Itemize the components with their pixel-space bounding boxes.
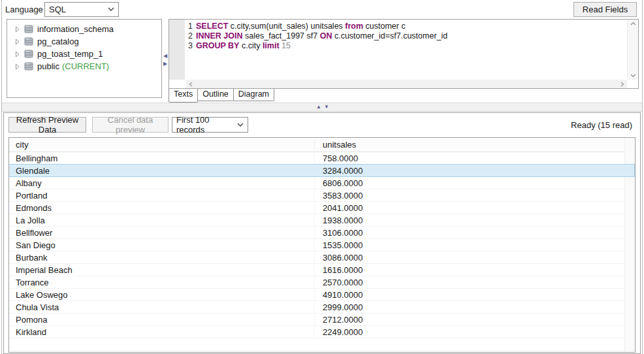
scroll-left-icon[interactable] xyxy=(189,82,193,87)
table-row[interactable]: Burbank 3086.0000 xyxy=(9,251,635,264)
tab-texts[interactable]: Texts xyxy=(169,89,198,103)
sql-text: c.city xyxy=(239,41,262,51)
schema-tree: information_schema pg_catalog pg_toast_t… xyxy=(7,19,162,98)
tree-item-label: information_schema xyxy=(37,24,114,34)
line-number: 3 xyxy=(185,41,193,51)
vertical-splitter[interactable]: ◀ ▶ xyxy=(162,52,169,67)
code-line: 1 SELECT c.city,sum(unit_sales) unitsale… xyxy=(185,22,626,31)
table-row[interactable]: San Diego 1535.0000 xyxy=(9,239,635,251)
table-row[interactable]: Imperial Beach 1616.0000 xyxy=(9,264,635,276)
unitsales-cell: 3583.0000 xyxy=(315,191,624,201)
unitsales-cell: 2999.0000 xyxy=(315,302,624,312)
city-cell: La Jolla xyxy=(9,216,315,225)
expand-arrow-icon[interactable] xyxy=(15,39,24,45)
splitter-handles[interactable]: ▲ ▼ xyxy=(316,104,329,110)
tree-item-pg-catalog[interactable]: pg_catalog xyxy=(7,35,161,48)
chevron-down-icon xyxy=(108,7,114,12)
city-cell: Bellingham xyxy=(9,153,315,163)
tab-outline[interactable]: Outline xyxy=(197,89,234,101)
database-icon xyxy=(24,25,36,33)
city-cell: Edmonds xyxy=(9,203,315,213)
city-cell: Chula Vista xyxy=(9,302,315,312)
language-select[interactable]: SQL xyxy=(44,2,119,17)
sql-query-preview-window: Language SQL Read Fields information_sch… xyxy=(0,0,644,354)
sql-literal: 15 xyxy=(280,41,291,51)
records-limit-value: First 100 records xyxy=(176,115,237,135)
tree-item-pg-toast-temp-1[interactable]: pg_toast_temp_1 xyxy=(7,48,161,60)
unitsales-cell: 2041.0000 xyxy=(315,203,624,213)
scroll-up-icon[interactable] xyxy=(630,22,636,25)
column-header-city[interactable]: city xyxy=(9,140,315,150)
table-row[interactable]: Bellflower 3106.0000 xyxy=(9,227,635,239)
city-cell: Torrance xyxy=(9,278,315,287)
table-row[interactable]: Kirkland 2249.0000 xyxy=(9,326,635,338)
records-limit-select[interactable]: First 100 records xyxy=(172,117,248,133)
unitsales-cell: 758.0000 xyxy=(315,153,624,163)
table-row[interactable]: Lake Oswego 4910.0000 xyxy=(9,289,635,301)
expand-arrow-icon[interactable] xyxy=(15,51,24,57)
line-number: 2 xyxy=(185,31,193,41)
collapse-left-icon[interactable]: ◀ xyxy=(163,52,167,59)
sql-keyword: limit xyxy=(263,41,280,51)
chevron-down-icon xyxy=(237,123,244,127)
sql-keyword: from xyxy=(345,22,363,31)
city-cell: Bellflower xyxy=(9,228,315,238)
table-row[interactable]: Pomona 2712.0000 xyxy=(9,314,635,326)
table-row[interactable]: Edmonds 2041.0000 xyxy=(9,202,635,214)
scroll-right-icon[interactable] xyxy=(620,82,624,87)
unitsales-cell: 3086.0000 xyxy=(315,253,624,263)
unitsales-cell: 1616.0000 xyxy=(315,265,624,275)
table-row-selected[interactable]: Glendale 3284.0000 xyxy=(9,164,635,177)
sql-text: c.city,sum(unit_sales) unitsales xyxy=(228,22,345,31)
cancel-preview-button[interactable]: Cancel data preview xyxy=(92,117,169,133)
vertical-scrollbar[interactable] xyxy=(627,20,638,80)
editor-tab-bar: Texts Outline Diagram xyxy=(169,89,274,103)
horizontal-scrollbar[interactable] xyxy=(186,80,627,88)
sql-keyword: GROUP BY xyxy=(196,41,239,51)
tree-item-label: pg_toast_temp_1 xyxy=(37,49,103,59)
table-row[interactable]: Torrance 2570.0000 xyxy=(9,276,635,289)
expand-arrow-icon[interactable] xyxy=(15,26,24,33)
horizontal-splitter[interactable]: ▲ ▼ xyxy=(2,103,642,112)
unitsales-cell: 3284.0000 xyxy=(315,166,624,176)
status-text: Ready (15 read) xyxy=(571,120,632,130)
table-row[interactable]: Portland 3583.0000 xyxy=(9,189,635,202)
tree-item-label: pg_catalog xyxy=(37,37,79,46)
unitsales-cell: 4910.0000 xyxy=(315,290,624,300)
unitsales-cell: 2570.0000 xyxy=(315,278,624,287)
collapse-up-icon[interactable]: ▲ xyxy=(316,104,321,110)
sql-keyword: SELECT xyxy=(196,22,228,31)
unitsales-cell: 1535.0000 xyxy=(315,240,624,250)
editor-gutter xyxy=(169,20,185,80)
tree-item-information-schema[interactable]: information_schema xyxy=(7,23,161,35)
read-fields-button[interactable]: Read Fields xyxy=(573,2,637,17)
sql-code-area[interactable]: 1 SELECT c.city,sum(unit_sales) unitsale… xyxy=(185,22,626,51)
expand-arrow-icon[interactable] xyxy=(15,63,24,70)
code-line: 3 GROUP BY c.city limit 15 xyxy=(185,41,626,51)
city-cell: Albany xyxy=(9,178,315,188)
table-row[interactable]: La Jolla 1938.0000 xyxy=(9,214,635,227)
city-cell: Lake Oswego xyxy=(9,290,315,300)
database-icon xyxy=(24,50,36,58)
tab-diagram[interactable]: Diagram xyxy=(233,89,274,101)
preview-panel: Refresh Preview Data Cancel data preview… xyxy=(3,112,641,354)
expand-right-icon[interactable]: ▶ xyxy=(163,60,167,67)
sql-editor[interactable]: 1 SELECT c.city,sum(unit_sales) unitsale… xyxy=(169,19,639,89)
refresh-preview-button[interactable]: Refresh Preview Data xyxy=(8,117,86,133)
table-row[interactable]: Bellingham 758.0000 xyxy=(9,152,635,165)
scroll-down-icon[interactable] xyxy=(630,74,636,78)
expand-down-icon[interactable]: ▼ xyxy=(324,104,329,110)
preview-table: city unitsales Bellingham 758.0000 Glend… xyxy=(8,137,636,353)
table-row[interactable]: Chula Vista 2999.0000 xyxy=(9,301,635,314)
table-row[interactable]: Albany 6806.0000 xyxy=(9,177,635,189)
sql-keyword: ON xyxy=(320,31,332,41)
column-header-unitsales[interactable]: unitsales xyxy=(315,140,635,150)
unitsales-cell: 6806.0000 xyxy=(315,178,624,188)
table-body: Bellingham 758.0000 Glendale 3284.0000 A… xyxy=(9,152,635,351)
tree-item-public[interactable]: public (CURRENT) xyxy=(7,60,161,72)
code-line: 2 INNER JOIN sales_fact_1997 sf7 ON c.cu… xyxy=(185,31,626,41)
language-label: Language xyxy=(5,5,43,14)
sql-keyword: INNER JOIN xyxy=(196,31,243,41)
sql-text: customer c xyxy=(363,22,406,31)
line-number: 1 xyxy=(185,22,193,31)
